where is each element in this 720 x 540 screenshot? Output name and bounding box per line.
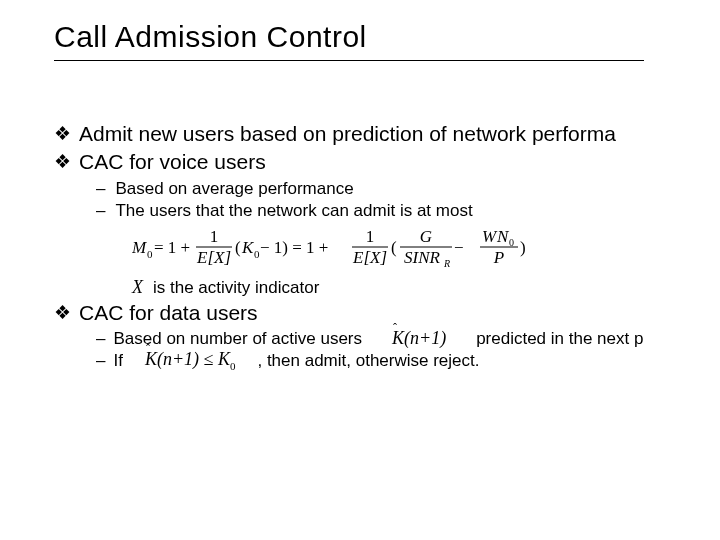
f-eq1: = 1 +: [154, 238, 190, 257]
f-P: P: [493, 248, 504, 267]
title-underline: [54, 60, 644, 61]
dash-icon: –: [96, 351, 105, 371]
bullet-cac-data: ❖ CAC for data users: [54, 300, 720, 326]
subbullet-text: Based on average performance: [115, 178, 353, 199]
subbullet-if-admit: – If ˆK(n+1) ≤ K0 , then admit, otherwis…: [96, 349, 720, 372]
bullet-text: Admit new users based on prediction of n…: [79, 121, 616, 147]
f-mid: − 1) = 1 +: [260, 238, 328, 257]
sub-text-b: predicted in the next p: [476, 329, 643, 349]
f-num2: 1: [366, 227, 375, 246]
cac-data-subs: – Based on number of active users ˆK(n+1…: [54, 328, 720, 372]
bullet-cac-voice: ❖ CAC for voice users: [54, 149, 720, 175]
subbullet-text: The users that the network can admit is …: [115, 200, 472, 221]
svg-text:): ): [520, 238, 526, 257]
bullet-text: CAC for voice users: [79, 149, 266, 175]
f-K: K: [241, 238, 255, 257]
diamond-icon: ❖: [54, 121, 71, 147]
f-open2: (: [391, 238, 397, 257]
formula-svg: M 0 = 1 + 1 E[X] ( K 0 − 1) = 1 + 1 E[X]…: [132, 227, 652, 271]
f-den1: E[X]: [196, 248, 231, 267]
slide: Call Admission Control ❖ Admit new users…: [0, 0, 720, 540]
f-den2: E[X]: [352, 248, 387, 267]
f-M0sub: 0: [147, 248, 153, 260]
f-G: G: [420, 227, 432, 246]
dash-icon: –: [96, 178, 105, 199]
bullet-admit-users: ❖ Admit new users based on prediction of…: [54, 121, 720, 147]
f-N0sub: 0: [509, 237, 514, 248]
math-Khat-leq-K0: ˆK(n+1) ≤ K0: [145, 349, 236, 372]
page-title: Call Admission Control: [54, 20, 720, 54]
sub-text-if: If: [113, 351, 122, 371]
sub-text-then: , then admit, otherwise reject.: [257, 351, 479, 371]
f-SINR: SINR: [404, 248, 441, 267]
activity-indicator-row: X is the activity indicator: [132, 277, 720, 298]
f-num1: 1: [210, 227, 219, 246]
f-W: W: [482, 227, 498, 246]
subbullet-max-users: – The users that the network can admit i…: [96, 200, 720, 221]
subbullet-active-users: – Based on number of active users ˆK(n+1…: [96, 328, 720, 349]
diamond-icon: ❖: [54, 149, 71, 175]
sub-text-a: Based on number of active users: [113, 329, 362, 349]
diamond-icon: ❖: [54, 300, 71, 326]
formula-m0: M 0 = 1 + 1 E[X] ( K 0 − 1) = 1 + 1 E[X]…: [132, 227, 720, 271]
subbullet-avg-perf: – Based on average performance: [96, 178, 720, 199]
f-minus: −: [454, 238, 464, 257]
dash-icon: –: [96, 329, 105, 349]
bullet-text: CAC for data users: [79, 300, 258, 326]
f-N: N: [496, 227, 510, 246]
svg-text:(: (: [235, 238, 241, 257]
dash-icon: –: [96, 200, 105, 221]
indicator-text: is the activity indicator: [153, 278, 319, 298]
f-Rsub: R: [443, 258, 450, 269]
math-Khat-n1: ˆK(n+1): [392, 328, 446, 349]
math-X: X: [132, 277, 143, 298]
f-M: M: [132, 238, 147, 257]
